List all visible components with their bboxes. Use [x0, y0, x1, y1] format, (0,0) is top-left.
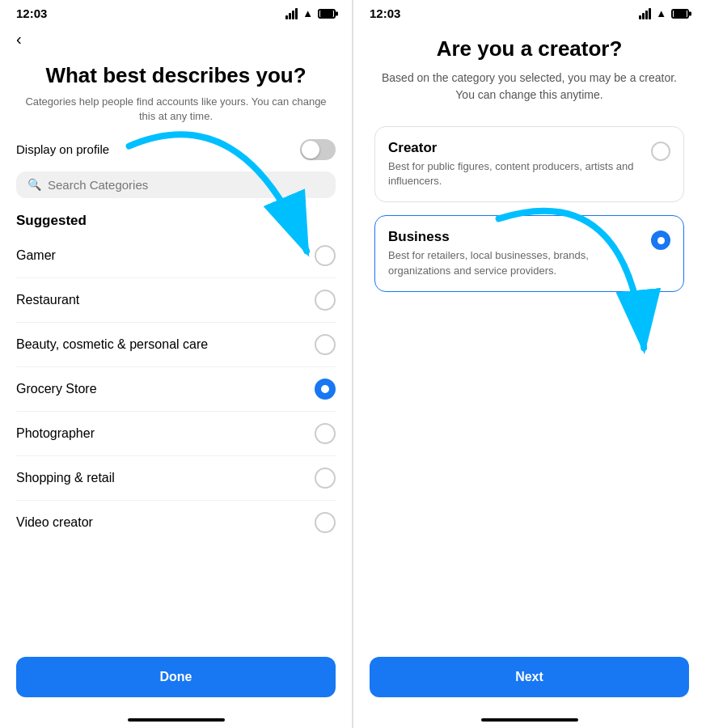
- radio-restaurant[interactable]: [315, 290, 336, 311]
- toggle-label: Display on profile: [16, 142, 109, 156]
- category-item-grocery[interactable]: Grocery Store: [16, 367, 336, 412]
- radio-video[interactable]: [315, 512, 336, 533]
- search-icon: 🔍: [27, 178, 41, 191]
- business-option-desc: Best for retailers, local businesses, br…: [388, 248, 641, 277]
- category-name-restaurant: Restaurant: [16, 293, 79, 307]
- time-right: 12:03: [370, 6, 400, 20]
- category-item-shopping[interactable]: Shopping & retail: [16, 456, 336, 501]
- radio-gamer[interactable]: [315, 245, 336, 266]
- category-item-video[interactable]: Video creator: [16, 501, 336, 544]
- next-button-container: Next: [353, 647, 705, 713]
- battery-icon: [318, 9, 336, 19]
- battery-icon-right: [671, 9, 689, 19]
- category-item-restaurant[interactable]: Restaurant: [16, 278, 336, 323]
- category-item-beauty[interactable]: Beauty, cosmetic & personal care: [16, 323, 336, 367]
- creator-option-card[interactable]: Creator Best for public figures, content…: [374, 126, 684, 202]
- search-input[interactable]: [48, 178, 324, 192]
- business-option-title: Business: [388, 229, 641, 245]
- category-item-photographer[interactable]: Photographer: [16, 412, 336, 456]
- home-indicator-right: [481, 718, 578, 722]
- page-title-left: What best describes you?: [16, 63, 336, 88]
- category-item-gamer[interactable]: Gamer: [16, 240, 336, 278]
- left-panel: 12:03 ▲ ‹ What best describes you? Categ…: [0, 0, 353, 728]
- radio-beauty[interactable]: [315, 334, 336, 355]
- creator-title: Are you a creator?: [374, 36, 684, 61]
- signal-icon: [285, 8, 298, 19]
- search-box[interactable]: 🔍: [16, 171, 336, 198]
- display-profile-toggle[interactable]: [300, 139, 336, 160]
- creator-option-title: Creator: [388, 140, 641, 156]
- radio-shopping[interactable]: [315, 468, 336, 489]
- category-name-shopping: Shopping & retail: [16, 471, 115, 485]
- right-content: Are you a creator? Based on the category…: [353, 23, 705, 647]
- radio-creator[interactable]: [651, 142, 670, 161]
- creator-option-text: Creator Best for public figures, content…: [388, 140, 641, 188]
- category-name-beauty: Beauty, cosmetic & personal care: [16, 337, 208, 352]
- signal-icon-right: [639, 8, 651, 19]
- left-content: What best describes you? Categories help…: [0, 55, 352, 647]
- display-on-profile-row: Display on profile: [16, 139, 336, 160]
- business-option-text: Business Best for retailers, local busin…: [388, 229, 641, 277]
- next-button[interactable]: Next: [370, 657, 689, 697]
- done-button[interactable]: Done: [16, 657, 336, 697]
- wifi-icon-right: ▲: [656, 7, 666, 19]
- status-bar-left: 12:03 ▲: [0, 0, 352, 23]
- status-icons-left: ▲: [285, 7, 336, 19]
- status-bar-right: 12:03 ▲: [353, 0, 705, 23]
- radio-business[interactable]: [651, 231, 670, 250]
- category-name-grocery: Grocery Store: [16, 382, 97, 396]
- time-left: 12:03: [16, 6, 47, 20]
- business-option-card[interactable]: Business Best for retailers, local busin…: [374, 215, 684, 291]
- radio-photographer[interactable]: [315, 423, 336, 444]
- section-title: Suggested: [16, 213, 336, 229]
- right-panel: 12:03 ▲ Are you a creator? Based on the …: [353, 0, 705, 728]
- category-name-photographer: Photographer: [16, 426, 95, 441]
- category-name-gamer: Gamer: [16, 248, 56, 263]
- back-button[interactable]: ‹: [0, 23, 352, 55]
- category-list: Gamer Restaurant Beauty, cosmetic & pers…: [16, 240, 336, 544]
- page-subtitle-left: Categories help people find accounts lik…: [16, 95, 336, 124]
- home-indicator-left: [128, 718, 225, 722]
- status-icons-right: ▲: [639, 7, 689, 19]
- creator-subtitle: Based on the category you selected, you …: [374, 70, 684, 104]
- done-button-container: Done: [0, 647, 352, 713]
- wifi-icon: ▲: [302, 7, 313, 19]
- category-name-video: Video creator: [16, 515, 93, 530]
- toggle-thumb: [302, 141, 319, 159]
- creator-option-desc: Best for public figures, content produce…: [388, 159, 641, 188]
- radio-grocery[interactable]: [315, 379, 336, 400]
